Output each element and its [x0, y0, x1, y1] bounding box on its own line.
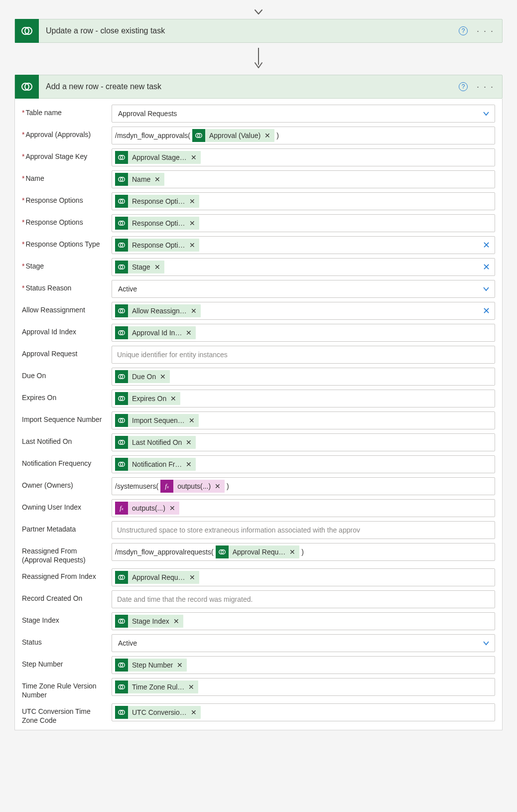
remove-token-icon[interactable]: ✕ [169, 504, 175, 512]
field-tzRule[interactable]: Time Zone Rul…✕ [112, 678, 495, 696]
remove-token-icon[interactable]: ✕ [154, 175, 160, 183]
dynamic-token[interactable]: Approval (Value)✕ [192, 129, 274, 142]
remove-token-icon[interactable]: ✕ [186, 438, 192, 446]
step-update-row-header[interactable]: Update a row - close existing task ? · ·… [14, 19, 503, 43]
remove-token-icon[interactable]: ✕ [154, 263, 160, 271]
dynamic-token[interactable]: Notification Fr…✕ [115, 458, 196, 471]
help-icon[interactable]: ? [459, 26, 468, 35]
field-respOptType[interactable]: Response Opti…✕ [112, 236, 495, 254]
step-add-row-header[interactable]: Add a new row - create new task ? · · · [14, 75, 503, 99]
token-label: Response Opti… [132, 197, 185, 205]
field-approvalRequest[interactable]: Unique identifier for entity instances [112, 346, 495, 364]
field-label: Import Sequence Number [22, 411, 112, 424]
remove-token-icon[interactable]: ✕ [186, 329, 192, 337]
dynamic-token[interactable]: Approval Stage…✕ [115, 151, 201, 164]
dynamic-token[interactable]: fxoutputs(...)✕ [115, 502, 179, 515]
step-title: Update a row - close existing task [39, 26, 459, 35]
dynamic-token[interactable]: Time Zone Rul…✕ [115, 680, 198, 693]
remove-token-icon[interactable]: ✕ [186, 460, 192, 468]
field-respOpt1[interactable]: Response Opti…✕ [112, 192, 495, 210]
field-owningUser[interactable]: fxoutputs(...)✕ [112, 499, 495, 517]
remove-token-icon[interactable]: ✕ [289, 548, 295, 556]
field-approvalIdIndex[interactable]: Approval Id In…✕ [112, 324, 495, 342]
field-partnerMeta[interactable]: Unstructured space to store extraneous i… [112, 521, 495, 539]
more-menu-icon[interactable]: · · · [477, 82, 494, 92]
dynamic-token[interactable]: Name✕ [115, 173, 164, 186]
more-menu-icon[interactable]: · · · [477, 26, 494, 36]
dynamic-token[interactable]: Response Opti…✕ [115, 239, 199, 252]
dynamic-token[interactable]: Due On✕ [115, 370, 170, 383]
field-label: Status [22, 634, 112, 647]
field-lastNotified[interactable]: Last Notified On✕ [112, 433, 495, 451]
field-statusReason[interactable]: Active [112, 280, 495, 298]
field-label: *Table name [22, 105, 112, 118]
dynamic-token[interactable]: Step Number✕ [115, 659, 187, 672]
dynamic-token[interactable]: fxoutputs(...)✕ [160, 480, 225, 493]
clear-icon[interactable]: ✕ [483, 262, 490, 272]
dataverse-icon [115, 615, 128, 628]
dynamic-token[interactable]: Stage Index✕ [115, 615, 183, 628]
dynamic-token[interactable]: Approval Requ…✕ [115, 571, 199, 584]
field-expiresOn[interactable]: Expires On✕ [112, 390, 495, 407]
remove-token-icon[interactable]: ✕ [264, 132, 270, 139]
remove-token-icon[interactable]: ✕ [191, 307, 197, 315]
token-label: Last Notified On [132, 438, 182, 446]
remove-token-icon[interactable]: ✕ [189, 219, 195, 227]
field-status[interactable]: Active [112, 634, 495, 652]
field-dueOn[interactable]: Due On✕ [112, 368, 495, 386]
dataverse-icon [115, 392, 128, 405]
remove-token-icon[interactable]: ✕ [191, 708, 197, 716]
table-name-select[interactable]: Approval Requests [112, 105, 495, 123]
remove-token-icon[interactable]: ✕ [170, 395, 176, 403]
clear-icon[interactable]: ✕ [483, 240, 490, 251]
dataverse-icon [115, 436, 128, 449]
field-utcConv[interactable]: UTC Conversio…✕ [112, 703, 495, 721]
remove-token-icon[interactable]: ✕ [189, 573, 195, 581]
dynamic-token[interactable]: UTC Conversio…✕ [115, 706, 201, 719]
remove-token-icon[interactable]: ✕ [177, 661, 183, 669]
dataverse-icon [192, 129, 205, 142]
dynamic-token[interactable]: Allow Reassign…✕ [115, 304, 201, 317]
dataverse-icon [115, 195, 128, 208]
field-owner[interactable]: /systemusers(fxoutputs(...)✕) [112, 477, 495, 495]
remove-token-icon[interactable]: ✕ [173, 617, 179, 625]
field-reassignedFrom[interactable]: /msdyn_flow_approvalrequests(Approval Re… [112, 543, 495, 561]
remove-token-icon[interactable]: ✕ [189, 241, 195, 249]
dynamic-token[interactable]: Last Notified On✕ [115, 436, 196, 449]
token-label: Time Zone Rul… [132, 683, 184, 691]
remove-token-icon[interactable]: ✕ [191, 153, 197, 161]
field-label: Expires On [22, 390, 112, 403]
field-label: Partner Metadata [22, 521, 112, 534]
dynamic-token[interactable]: Import Sequen…✕ [115, 414, 199, 427]
field-stage[interactable]: Stage✕ [112, 258, 495, 276]
remove-token-icon[interactable]: ✕ [215, 482, 221, 490]
remove-token-icon[interactable]: ✕ [189, 197, 195, 205]
field-reassignedFromIdx[interactable]: Approval Requ…✕ [112, 568, 495, 586]
field-label: UTC Conversion Time Zone Code [22, 703, 112, 725]
field-stageIndex[interactable]: Stage Index✕ [112, 612, 495, 630]
field-notifFreq[interactable]: Notification Fr…✕ [112, 455, 495, 473]
field-approval[interactable]: /msdyn_flow_approvals(Approval (Value)✕) [112, 127, 495, 144]
field-respOpt2[interactable]: Response Opti…✕ [112, 214, 495, 232]
step-add-row-body: *Table name Approval Requests *Approval … [14, 99, 503, 730]
dynamic-token[interactable]: Approval Requ…✕ [216, 545, 300, 558]
text-prefix: /msdyn_flow_approvals( [115, 132, 190, 139]
field-approvalStageKey[interactable]: Approval Stage…✕ [112, 148, 495, 166]
field-stepNumber[interactable]: Step Number✕ [112, 656, 495, 674]
dynamic-token[interactable]: Expires On✕ [115, 392, 180, 405]
field-name[interactable]: Name✕ [112, 170, 495, 188]
field-importSeq[interactable]: Import Sequen…✕ [112, 411, 495, 429]
remove-token-icon[interactable]: ✕ [188, 683, 194, 691]
dynamic-token[interactable]: Response Opti…✕ [115, 195, 199, 208]
field-allowReassign[interactable]: Allow Reassign…✕ [112, 302, 495, 320]
remove-token-icon[interactable]: ✕ [189, 416, 195, 424]
dynamic-token[interactable]: Stage✕ [115, 261, 164, 273]
fx-icon: fx [115, 502, 128, 515]
field-recordCreated[interactable]: Date and time that the record was migrat… [112, 590, 495, 608]
dynamic-token[interactable]: Approval Id In…✕ [115, 326, 196, 339]
clear-icon[interactable]: ✕ [483, 305, 490, 316]
field-label: *Status Reason [22, 280, 112, 293]
dynamic-token[interactable]: Response Opti…✕ [115, 217, 199, 230]
help-icon[interactable]: ? [459, 82, 468, 91]
remove-token-icon[interactable]: ✕ [160, 373, 166, 381]
